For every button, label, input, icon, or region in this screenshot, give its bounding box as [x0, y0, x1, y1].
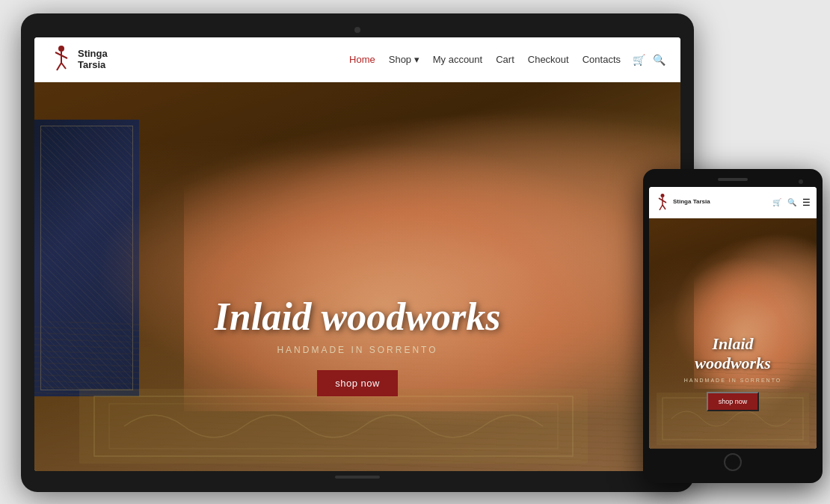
scene: Stinga Tarsia Home Shop ▾ My account Car… [0, 0, 830, 504]
tablet-device: Stinga Tarsia Home Shop ▾ My account Car… [21, 13, 694, 492]
tablet-hero-title: Inlaid woodworks [34, 295, 680, 339]
svg-point-9 [661, 194, 665, 197]
phone-hero: Inlaid woodworks HANDMADE IN SORRENTO sh… [649, 218, 817, 449]
tablet-hero-subtitle: HANDMADE IN SORRENTO [34, 345, 680, 355]
phone-logo-text: Stinga Tarsia [673, 199, 710, 206]
svg-line-4 [57, 63, 61, 70]
phone-title-line1: Inlaid [712, 334, 753, 353]
phone-hero-text: Inlaid woodworks HANDMADE IN SORRENTO sh… [649, 334, 817, 411]
phone-search-icon[interactable]: 🔍 [787, 198, 796, 206]
tablet-hero: Inlaid woodworks HANDMADE IN SORRENTO sh… [34, 82, 680, 471]
tablet-hero-text: Inlaid woodworks HANDMADE IN SORRENTO sh… [34, 295, 680, 396]
tablet-screen: Stinga Tarsia Home Shop ▾ My account Car… [34, 37, 680, 471]
svg-line-14 [663, 205, 665, 209]
svg-line-2 [55, 52, 61, 55]
phone-shop-now-button[interactable]: shop now [707, 392, 760, 411]
nav-link-checkout[interactable]: Checkout [528, 54, 569, 65]
phone-nav-icons: 🛒 🔍 ☰ [772, 197, 811, 208]
phone-title-line2: woodworks [695, 354, 770, 372]
phone-logo: Stinga Tarsia [655, 193, 710, 212]
phone-speaker [718, 178, 748, 181]
phone-nav: Stinga Tarsia 🛒 🔍 ☰ [649, 187, 817, 218]
tablet-nav-links: Home Shop ▾ My account Cart Checkout Con… [349, 54, 621, 65]
nav-link-shop[interactable]: Shop ▾ [389, 54, 419, 65]
nav-link-contacts[interactable]: Contacts [582, 54, 621, 65]
phone-logo-icon [655, 193, 670, 212]
logo-line1: Stinga [78, 49, 108, 59]
nav-link-myaccount[interactable]: My account [433, 54, 482, 65]
cart-icon[interactable]: 🛒 [633, 54, 645, 66]
svg-rect-6 [79, 389, 588, 464]
nav-link-cart[interactable]: Cart [496, 54, 514, 65]
tablet-camera [354, 27, 360, 33]
logo-line2: Tarsia [78, 60, 108, 70]
svg-line-13 [660, 205, 663, 210]
tablet-nav: Stinga Tarsia Home Shop ▾ My account Car… [34, 37, 680, 82]
tablet-home-button [335, 476, 380, 479]
tablet-shop-now-button[interactable]: shop now [317, 370, 398, 396]
phone-menu-icon[interactable]: ☰ [802, 197, 811, 208]
search-icon[interactable]: 🔍 [653, 54, 665, 66]
phone-camera [799, 179, 803, 184]
phone-hero-title: Inlaid woodworks [655, 334, 811, 374]
phone-logo-line1: Stinga [673, 198, 691, 205]
tablet-logo: Stinga Tarsia [49, 45, 108, 75]
tablet-nav-icons: 🛒 🔍 [633, 54, 665, 66]
phone-logo-line2: Tarsia [693, 198, 710, 205]
phone-cart-icon[interactable]: 🛒 [772, 198, 781, 206]
logo-text: Stinga Tarsia [78, 49, 108, 70]
svg-line-5 [61, 63, 66, 69]
phone-device: Stinga Tarsia 🛒 🔍 ☰ [643, 169, 823, 483]
svg-line-3 [61, 55, 67, 58]
logo-icon [49, 45, 73, 75]
svg-point-0 [58, 46, 64, 52]
phone-screen: Stinga Tarsia 🛒 🔍 ☰ [649, 187, 817, 449]
phone-hero-subtitle: HANDMADE IN SORRENTO [655, 377, 811, 385]
phone-home-button [724, 453, 742, 471]
nav-link-home[interactable]: Home [349, 54, 375, 65]
